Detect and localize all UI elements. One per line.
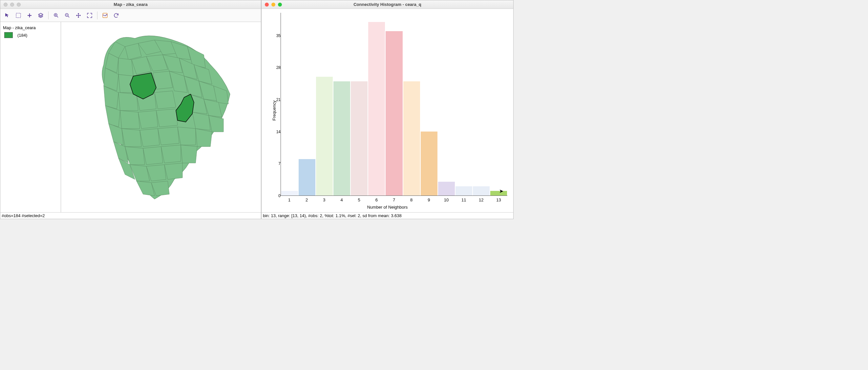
- close-dot-inactive[interactable]: [4, 3, 7, 6]
- zoom-button[interactable]: [278, 3, 282, 6]
- toolbar-separator: [97, 11, 97, 19]
- histogram-window-title: Connectivity Histogram - ceara_q: [261, 2, 513, 7]
- map-window: Map - zika_ceara Map - zika_ceara (184): [0, 0, 261, 219]
- chart-plot-area[interactable]: [281, 13, 507, 196]
- y-tick: 21: [276, 97, 281, 102]
- minimize-dot-inactive[interactable]: [10, 3, 14, 6]
- x-axis: 12345678910111213: [281, 198, 507, 202]
- pointer-tool-icon[interactable]: [2, 10, 12, 20]
- histogram-window: Connectivity Histogram - ceara_q Frequen…: [261, 0, 514, 219]
- zoom-out-icon[interactable]: [62, 10, 72, 20]
- x-tick: 2: [298, 198, 315, 202]
- legend-title: Map - zika_ceara: [3, 25, 58, 30]
- y-tick: 7: [278, 161, 281, 166]
- y-tick: 28: [276, 65, 281, 70]
- pan-icon[interactable]: [73, 10, 83, 20]
- titlebar-map[interactable]: Map - zika_ceara: [0, 0, 261, 9]
- map-body: Map - zika_ceara (184): [0, 22, 261, 212]
- histogram-status-text: bin: 13, range: [13, 14), #obs: 2, %tot:…: [263, 213, 402, 218]
- toolbar-separator: [48, 11, 49, 19]
- map-window-title: Map - zika_ceara: [0, 2, 261, 7]
- layers-icon[interactable]: [36, 10, 45, 20]
- y-axis: 0714212835: [274, 13, 281, 196]
- histogram-bar[interactable]: [351, 81, 368, 196]
- basemap-icon[interactable]: [100, 10, 110, 20]
- x-tick: 13: [490, 198, 507, 202]
- histogram-bar[interactable]: [421, 132, 437, 196]
- svg-rect-3: [103, 13, 107, 18]
- histogram-bar[interactable]: [490, 191, 507, 196]
- y-tick: 35: [276, 33, 281, 38]
- x-tick: 9: [420, 198, 437, 202]
- refresh-icon[interactable]: [111, 10, 121, 20]
- close-button[interactable]: [265, 3, 269, 6]
- histogram-bar[interactable]: [385, 31, 402, 196]
- svg-rect-0: [16, 13, 21, 18]
- minimize-button[interactable]: [271, 3, 275, 6]
- histogram-status-bar: bin: 13, range: [13, 14), #obs: 2, %tot:…: [261, 212, 513, 219]
- map-status-bar: #obs=184 #selected=2: [0, 212, 261, 219]
- histogram-bar[interactable]: [403, 81, 420, 196]
- x-tick: 5: [350, 198, 368, 202]
- x-tick: 4: [333, 198, 350, 202]
- x-tick: 6: [368, 198, 385, 202]
- histogram-bar[interactable]: [473, 186, 490, 196]
- chart-body: Frequency 0714212835 12345678910111213 N…: [261, 9, 513, 219]
- zoom-in-icon[interactable]: [51, 10, 61, 20]
- map-status-text: #obs=184 #selected=2: [2, 213, 45, 218]
- choropleth-map[interactable]: [86, 29, 237, 206]
- select-rect-icon[interactable]: [13, 10, 23, 20]
- legend-panel[interactable]: Map - zika_ceara (184): [0, 22, 61, 212]
- titlebar-histogram[interactable]: Connectivity Histogram - ceara_q: [261, 0, 513, 9]
- histogram-bar[interactable]: [368, 22, 385, 196]
- x-tick: 11: [455, 198, 472, 202]
- legend-entry[interactable]: (184): [3, 32, 58, 38]
- toolbar: [0, 9, 261, 22]
- legend-swatch: [4, 32, 13, 38]
- chart-area[interactable]: Frequency 0714212835 12345678910111213 N…: [261, 9, 513, 212]
- x-tick: 7: [385, 198, 403, 202]
- histogram-bar[interactable]: [333, 81, 350, 196]
- legend-count: (184): [18, 33, 27, 38]
- x-tick: 10: [437, 198, 455, 202]
- histogram-bar[interactable]: [281, 191, 298, 196]
- zoom-full-icon[interactable]: [85, 10, 94, 20]
- x-tick: 3: [315, 198, 333, 202]
- y-tick: 0: [278, 194, 281, 198]
- histogram-bar[interactable]: [438, 182, 455, 196]
- window-controls-histogram: [265, 3, 282, 6]
- x-tick: 1: [281, 198, 298, 202]
- map-canvas[interactable]: [61, 22, 261, 212]
- x-tick: 8: [403, 198, 420, 202]
- zoom-dot-inactive[interactable]: [17, 3, 21, 6]
- window-controls-map: [4, 3, 21, 6]
- plus-icon[interactable]: [25, 10, 34, 20]
- histogram-bar[interactable]: [456, 186, 472, 196]
- x-tick: 12: [472, 198, 490, 202]
- histogram-bar[interactable]: [299, 159, 315, 196]
- histogram-bar[interactable]: [316, 77, 333, 196]
- y-tick: 14: [276, 130, 281, 134]
- bars-container: [281, 13, 507, 196]
- x-axis-label: Number of Neighbors: [261, 205, 513, 210]
